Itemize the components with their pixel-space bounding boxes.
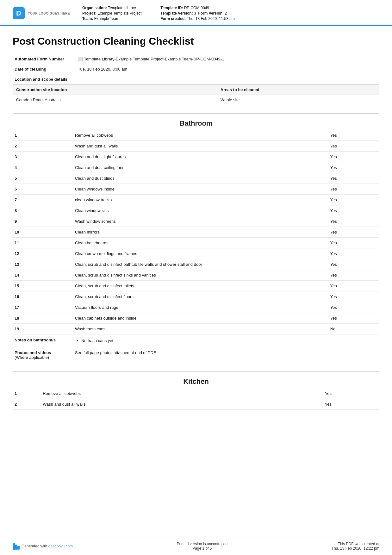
form-number-row: Automated Form Number ⬜ Template Library… — [13, 54, 379, 64]
item-num: 7 — [13, 195, 73, 205]
page: D YOUR LOGO GOES HERE Organisation: Temp… — [0, 0, 392, 555]
table-row: 17 Vacuum floors and rugs Yes — [13, 302, 379, 313]
areas-value: Whole site — [217, 95, 379, 105]
item-task: Vacuum floors and rugs — [73, 302, 328, 313]
item-answer: Yes — [323, 399, 379, 410]
item-answer: Yes — [323, 388, 379, 399]
doc-title: Post Construction Cleaning Checklist — [13, 35, 379, 47]
table-row: 9 Wash window screens Yes — [13, 216, 379, 227]
item-num: 2 — [13, 141, 73, 152]
areas-col-header: Areas to be cleaned — [217, 85, 379, 95]
item-answer: Yes — [328, 141, 379, 152]
footer-center-line1: Printed version is uncontrolled — [177, 542, 227, 546]
item-num: 2 — [13, 399, 41, 410]
item-num: 9 — [13, 216, 73, 227]
date-label: Date of cleaning — [13, 64, 76, 74]
item-answer: Yes — [328, 227, 379, 238]
form-number-value: ⬜ Template Library-Example Template Proj… — [76, 54, 379, 64]
table-row: 10 Clean mirrors Yes — [13, 227, 379, 238]
table-row: 14 Clean, scrub and disinfect sinks and … — [13, 270, 379, 281]
footer-right-line1: This PDF was created at — [332, 542, 379, 546]
logo-area: D YOUR LOGO GOES HERE — [13, 7, 82, 19]
table-row: 13 Clean, scrub and disinfect bathtub ti… — [13, 259, 379, 270]
item-answer: Yes — [328, 248, 379, 259]
table-row: 5 Clean and dust blinds Yes — [13, 173, 379, 184]
notes-row: Notes on bathroom/s No trash cans yet — [13, 334, 379, 347]
footer-right-line2: Thu, 13 Feb 2020, 12:22 pm — [332, 546, 379, 551]
item-task: clean window tracks — [73, 195, 328, 205]
item-answer: Yes — [328, 152, 379, 162]
logo-text: YOUR LOGO GOES HERE — [28, 12, 70, 15]
header: D YOUR LOGO GOES HERE Organisation: Temp… — [0, 0, 392, 26]
item-answer: Yes — [328, 216, 379, 227]
organisation-field: Organisation: Template Library — [82, 6, 141, 10]
svg-rect-2 — [13, 543, 15, 550]
item-answer: Yes — [328, 130, 379, 141]
form-created-field: Form created: Thu, 13 Feb 2020, 11:58 am — [160, 16, 235, 21]
bathroom-section-header: Bathroom — [13, 113, 379, 128]
item-answer: Yes — [328, 195, 379, 205]
item-num: 5 — [13, 173, 73, 184]
table-row: 16 Clean, scrub and disinfect floors Yes — [13, 291, 379, 302]
header-meta-right: Template ID: DP-COM-0049 Template Versio… — [160, 6, 235, 21]
item-answer: Yes — [328, 281, 379, 291]
header-meta-left: Organisation: Template Library Project: … — [82, 6, 141, 21]
item-task: Clean, scrub and disinfect sinks and van… — [73, 270, 328, 281]
item-num: 15 — [13, 281, 73, 291]
item-task: Clean baseboards — [73, 238, 328, 248]
item-task: Wash and dust all walls — [41, 399, 323, 410]
item-num: 19 — [13, 324, 73, 334]
table-row: 8 Clean window sills Yes — [13, 205, 379, 216]
location-value: Camden Road, Australia — [13, 95, 217, 105]
item-num: 12 — [13, 248, 73, 259]
date-value: Tue, 18 Feb 2020, 8:00 am — [76, 64, 379, 74]
item-num: 11 — [13, 238, 73, 248]
item-task: Wash window screens — [73, 216, 328, 227]
table-row: 6 Clean windows inside Yes — [13, 184, 379, 195]
item-answer: No — [328, 324, 379, 334]
footer-center: Printed version is uncontrolled Page 1 o… — [177, 542, 227, 551]
kitchen-section-header: Kitchen — [13, 371, 379, 386]
table-row: 15 Clean, scrub and disinfect toilets Ye… — [13, 281, 379, 291]
item-task: Remove all cobwebs — [41, 388, 323, 399]
template-id-field: Template ID: DP-COM-0049 — [160, 6, 235, 10]
form-number-label: Automated Form Number — [13, 54, 76, 64]
item-task: Clean cabinets outside and inside — [73, 313, 328, 324]
location-col-header: Construction site location — [13, 85, 217, 95]
item-answer: Yes — [328, 270, 379, 281]
item-task: Remove all cobwebs — [73, 130, 328, 141]
footer-link[interactable]: dashpivot.com — [48, 544, 73, 548]
item-answer: Yes — [328, 259, 379, 270]
item-num: 13 — [13, 259, 73, 270]
item-num: 8 — [13, 205, 73, 216]
item-task: Clean, scrub and disinfect bathtub tile … — [73, 259, 328, 270]
team-field: Team: Example Team — [82, 16, 141, 21]
table-row: 7 clean window tracks Yes — [13, 195, 379, 205]
item-answer: Yes — [328, 302, 379, 313]
table-row: 2 Wash and dust all walls Yes — [13, 141, 379, 152]
item-answer: Yes — [328, 173, 379, 184]
item-task: Clean, scrub and disinfect floors — [73, 291, 328, 302]
svg-text:D: D — [16, 9, 21, 17]
item-task: Clean crown moldings and frames — [73, 248, 328, 259]
item-task: Clean and dust light fixtures — [73, 152, 328, 162]
svg-rect-3 — [15, 545, 17, 550]
table-row: 18 Clean cabinets outside and inside Yes — [13, 313, 379, 324]
item-num: 4 — [13, 162, 73, 173]
date-row: Date of cleaning Tue, 18 Feb 2020, 8:00 … — [13, 64, 379, 74]
item-num: 16 — [13, 291, 73, 302]
table-row: 1 Remove all cobwebs Yes — [13, 388, 379, 399]
item-answer: Yes — [328, 291, 379, 302]
scope-data-row: Camden Road, Australia Whole site — [13, 95, 379, 105]
svg-rect-4 — [17, 546, 20, 550]
item-num: 10 — [13, 227, 73, 238]
header-meta: Organisation: Template Library Project: … — [82, 6, 379, 21]
photos-row: Photos and videos (Where applicable) See… — [13, 347, 379, 363]
notes-label: Notes on bathroom/s — [13, 334, 73, 347]
item-task: Clean and dust ceiling fans — [73, 162, 328, 173]
project-field: Project: Example Template Project — [82, 11, 141, 16]
item-num: 17 — [13, 302, 73, 313]
item-num: 6 — [13, 184, 73, 195]
table-row: 11 Clean baseboards Yes — [13, 238, 379, 248]
note-item: No trash cans yet — [81, 338, 377, 343]
